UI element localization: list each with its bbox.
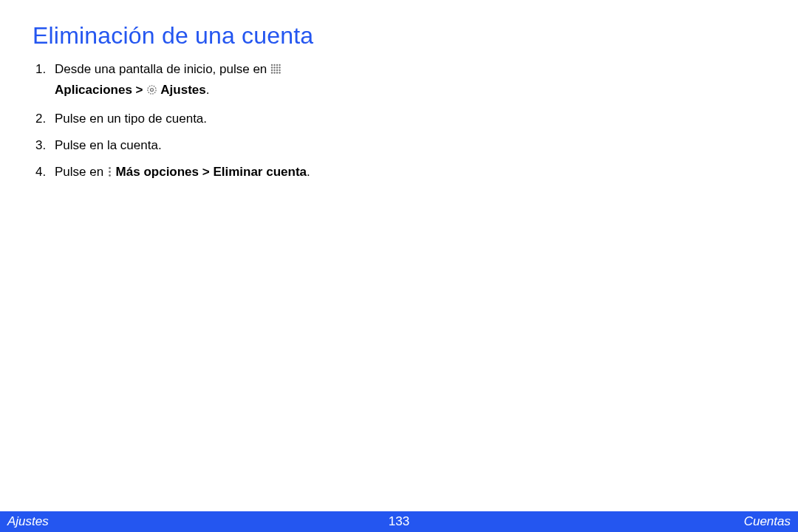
- page-title: Eliminación de una cuenta: [33, 22, 765, 50]
- step-bold-apps: Aplicaciones >: [55, 83, 146, 97]
- step-period: .: [307, 165, 310, 179]
- svg-point-17: [151, 89, 154, 92]
- svg-point-16: [148, 86, 156, 94]
- more-options-icon: [107, 164, 112, 183]
- step-number: 1.: [35, 60, 46, 79]
- step-number: 3.: [35, 136, 46, 155]
- svg-point-3: [279, 64, 280, 66]
- page-content: Eliminación de una cuenta 1. Desde una p…: [0, 0, 798, 184]
- svg-point-15: [279, 72, 280, 73]
- svg-point-10: [276, 69, 278, 71]
- step-1: 1. Desde una pantalla de inicio, pulse e…: [33, 60, 417, 102]
- apps-grid-icon: [270, 61, 282, 81]
- footer-section-right: Cuentas: [743, 514, 792, 529]
- step-text: Pulse en un tipo de cuenta.: [55, 112, 207, 126]
- svg-point-7: [279, 66, 280, 68]
- svg-point-14: [276, 72, 278, 73]
- svg-point-18: [109, 167, 111, 169]
- step-list: 1. Desde una pantalla de inicio, pulse e…: [33, 60, 417, 184]
- svg-point-12: [271, 72, 273, 73]
- svg-point-5: [273, 66, 275, 68]
- step-text: Desde una pantalla de inicio, pulse en: [55, 62, 270, 76]
- footer-page-number: 133: [389, 514, 409, 529]
- step-bold-settings: Ajustes: [157, 83, 206, 97]
- svg-point-2: [276, 64, 278, 66]
- step-3: 3. Pulse en la cuenta.: [33, 136, 417, 155]
- svg-point-6: [276, 66, 278, 68]
- step-number: 2.: [35, 109, 46, 129]
- step-period: .: [206, 83, 210, 97]
- step-2: 2. Pulse en un tipo de cuenta.: [33, 109, 417, 129]
- step-number: 4.: [35, 163, 46, 182]
- step-text: Pulse en: [55, 165, 107, 179]
- settings-gear-icon: [146, 82, 157, 101]
- svg-point-11: [279, 69, 280, 71]
- step-bold-more: Más opciones > Eliminar cuenta: [112, 165, 307, 179]
- svg-point-19: [109, 171, 111, 173]
- page-footer: Ajustes 133 Cuentas: [0, 511, 798, 532]
- svg-point-13: [273, 72, 275, 73]
- step-text: Pulse en la cuenta.: [55, 138, 162, 152]
- step-4: 4. Pulse en Más opciones > Eliminar cuen…: [33, 163, 417, 183]
- svg-point-4: [271, 66, 273, 68]
- svg-point-8: [271, 69, 273, 71]
- svg-point-1: [273, 64, 275, 66]
- svg-point-9: [273, 69, 275, 71]
- svg-point-20: [109, 174, 111, 177]
- svg-point-0: [271, 64, 273, 66]
- footer-section-left: Ajustes: [6, 514, 50, 529]
